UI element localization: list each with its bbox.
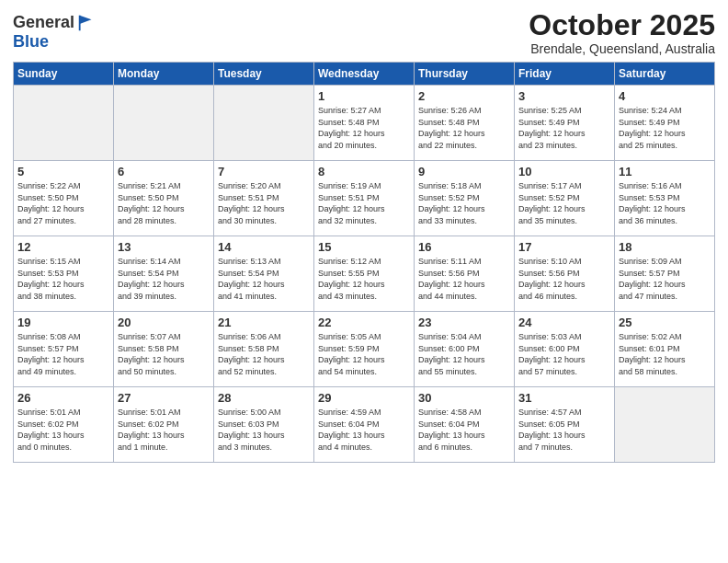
day-number: 25 (619, 316, 711, 329)
calendar-cell: 6Sunrise: 5:21 AM Sunset: 5:50 PM Daylig… (114, 161, 214, 236)
day-number: 5 (17, 165, 109, 178)
day-info: Sunrise: 4:59 AM Sunset: 6:04 PM Dayligh… (318, 407, 410, 453)
day-info: Sunrise: 5:18 AM Sunset: 5:52 PM Dayligh… (418, 180, 510, 226)
calendar-cell: 28Sunrise: 5:00 AM Sunset: 6:03 PM Dayli… (214, 387, 314, 463)
calendar-cell: 12Sunrise: 5:15 AM Sunset: 5:53 PM Dayli… (14, 236, 114, 312)
day-info: Sunrise: 5:04 AM Sunset: 6:00 PM Dayligh… (418, 331, 510, 377)
day-number: 10 (518, 165, 610, 178)
day-number: 3 (518, 89, 610, 103)
day-number: 19 (17, 316, 109, 329)
header-wednesday: Wednesday (314, 63, 415, 86)
day-info: Sunrise: 5:01 AM Sunset: 6:02 PM Dayligh… (118, 407, 210, 453)
day-info: Sunrise: 5:12 AM Sunset: 5:55 PM Dayligh… (318, 256, 410, 302)
calendar-cell: 3Sunrise: 5:25 AM Sunset: 5:49 PM Daylig… (515, 86, 615, 161)
calendar-cell: 11Sunrise: 5:16 AM Sunset: 5:53 PM Dayli… (615, 161, 715, 236)
calendar-cell: 8Sunrise: 5:19 AM Sunset: 5:51 PM Daylig… (314, 161, 415, 236)
day-number: 23 (418, 316, 510, 329)
day-info: Sunrise: 5:14 AM Sunset: 5:54 PM Dayligh… (118, 256, 210, 302)
day-info: Sunrise: 5:19 AM Sunset: 5:51 PM Dayligh… (318, 180, 410, 226)
day-info: Sunrise: 5:07 AM Sunset: 5:58 PM Dayligh… (118, 331, 210, 377)
day-number: 24 (518, 316, 610, 329)
calendar-week-4: 19Sunrise: 5:08 AM Sunset: 5:57 PM Dayli… (14, 312, 715, 387)
calendar-cell: 5Sunrise: 5:22 AM Sunset: 5:50 PM Daylig… (14, 161, 114, 236)
day-number: 28 (218, 391, 310, 405)
logo: General Blue (13, 13, 97, 52)
day-number: 2 (418, 89, 510, 103)
day-number: 8 (318, 165, 410, 178)
calendar-cell: 31Sunrise: 4:57 AM Sunset: 6:05 PM Dayli… (515, 387, 615, 463)
header-row: General Blue October 2025 Brendale, Quee… (13, 9, 715, 56)
day-number: 4 (619, 89, 711, 103)
day-info: Sunrise: 5:11 AM Sunset: 5:56 PM Dayligh… (418, 256, 510, 302)
day-info: Sunrise: 5:25 AM Sunset: 5:49 PM Dayligh… (518, 105, 610, 151)
calendar-cell: 15Sunrise: 5:12 AM Sunset: 5:55 PM Dayli… (314, 236, 415, 312)
day-info: Sunrise: 5:21 AM Sunset: 5:50 PM Dayligh… (118, 180, 210, 226)
day-info: Sunrise: 4:57 AM Sunset: 6:05 PM Dayligh… (518, 407, 610, 453)
day-info: Sunrise: 5:20 AM Sunset: 5:51 PM Dayligh… (218, 180, 310, 226)
day-info: Sunrise: 5:09 AM Sunset: 5:57 PM Dayligh… (619, 256, 711, 302)
calendar-week-2: 5Sunrise: 5:22 AM Sunset: 5:50 PM Daylig… (14, 161, 715, 236)
day-info: Sunrise: 4:58 AM Sunset: 6:04 PM Dayligh… (418, 407, 510, 453)
day-number: 13 (118, 240, 210, 254)
calendar-cell: 23Sunrise: 5:04 AM Sunset: 6:00 PM Dayli… (415, 312, 515, 387)
day-info: Sunrise: 5:02 AM Sunset: 6:01 PM Dayligh… (619, 331, 711, 377)
day-info: Sunrise: 5:05 AM Sunset: 5:59 PM Dayligh… (318, 331, 410, 377)
day-number: 18 (619, 240, 711, 254)
calendar-cell (615, 387, 715, 463)
calendar-cell: 18Sunrise: 5:09 AM Sunset: 5:57 PM Dayli… (615, 236, 715, 312)
calendar-cell: 17Sunrise: 5:10 AM Sunset: 5:56 PM Dayli… (515, 236, 615, 312)
day-number: 26 (17, 391, 109, 405)
logo-flag-icon (76, 13, 97, 33)
day-number: 11 (619, 165, 711, 178)
day-info: Sunrise: 5:08 AM Sunset: 5:57 PM Dayligh… (17, 331, 109, 377)
calendar-cell: 4Sunrise: 5:24 AM Sunset: 5:49 PM Daylig… (615, 86, 715, 161)
day-number: 30 (418, 391, 510, 405)
header-saturday: Saturday (615, 63, 715, 86)
day-number: 15 (318, 240, 410, 254)
calendar-cell: 29Sunrise: 4:59 AM Sunset: 6:04 PM Dayli… (314, 387, 415, 463)
day-info: Sunrise: 5:10 AM Sunset: 5:56 PM Dayligh… (518, 256, 610, 302)
day-number: 20 (118, 316, 210, 329)
calendar-cell: 19Sunrise: 5:08 AM Sunset: 5:57 PM Dayli… (14, 312, 114, 387)
calendar-cell: 13Sunrise: 5:14 AM Sunset: 5:54 PM Dayli… (114, 236, 214, 312)
day-info: Sunrise: 5:13 AM Sunset: 5:54 PM Dayligh… (218, 256, 310, 302)
header-sunday: Sunday (14, 63, 114, 86)
day-info: Sunrise: 5:01 AM Sunset: 6:02 PM Dayligh… (17, 407, 109, 453)
day-number: 7 (218, 165, 310, 178)
day-info: Sunrise: 5:27 AM Sunset: 5:48 PM Dayligh… (318, 105, 410, 151)
calendar-cell: 22Sunrise: 5:05 AM Sunset: 5:59 PM Dayli… (314, 312, 415, 387)
calendar-cell: 26Sunrise: 5:01 AM Sunset: 6:02 PM Dayli… (14, 387, 114, 463)
calendar-cell: 10Sunrise: 5:17 AM Sunset: 5:52 PM Dayli… (515, 161, 615, 236)
calendar-cell (114, 86, 214, 161)
calendar-week-5: 26Sunrise: 5:01 AM Sunset: 6:02 PM Dayli… (14, 387, 715, 463)
calendar-cell: 24Sunrise: 5:03 AM Sunset: 6:00 PM Dayli… (515, 312, 615, 387)
day-number: 27 (118, 391, 210, 405)
day-number: 6 (118, 165, 210, 178)
calendar-cell: 2Sunrise: 5:26 AM Sunset: 5:48 PM Daylig… (415, 86, 515, 161)
day-number: 22 (318, 316, 410, 329)
calendar-cell: 14Sunrise: 5:13 AM Sunset: 5:54 PM Dayli… (214, 236, 314, 312)
page-container: General Blue October 2025 Brendale, Quee… (0, 0, 728, 470)
day-info: Sunrise: 5:16 AM Sunset: 5:53 PM Dayligh… (619, 180, 711, 226)
day-number: 29 (318, 391, 410, 405)
header-monday: Monday (114, 63, 214, 86)
calendar-cell (214, 86, 314, 161)
logo-blue: Blue (13, 32, 49, 51)
calendar-cell: 9Sunrise: 5:18 AM Sunset: 5:52 PM Daylig… (415, 161, 515, 236)
calendar-cell (14, 86, 114, 161)
calendar-header-row: Sunday Monday Tuesday Wednesday Thursday… (14, 63, 715, 86)
day-info: Sunrise: 5:06 AM Sunset: 5:58 PM Dayligh… (218, 331, 310, 377)
day-info: Sunrise: 5:17 AM Sunset: 5:52 PM Dayligh… (518, 180, 610, 226)
calendar-cell: 20Sunrise: 5:07 AM Sunset: 5:58 PM Dayli… (114, 312, 214, 387)
day-info: Sunrise: 5:03 AM Sunset: 6:00 PM Dayligh… (518, 331, 610, 377)
day-info: Sunrise: 5:26 AM Sunset: 5:48 PM Dayligh… (418, 105, 510, 151)
month-title: October 2025 (529, 9, 715, 41)
day-number: 9 (418, 165, 510, 178)
title-block: October 2025 Brendale, Queensland, Austr… (529, 9, 715, 56)
calendar-cell: 7Sunrise: 5:20 AM Sunset: 5:51 PM Daylig… (214, 161, 314, 236)
calendar-table: Sunday Monday Tuesday Wednesday Thursday… (13, 62, 715, 463)
day-number: 1 (318, 89, 410, 103)
day-number: 12 (17, 240, 109, 254)
day-number: 17 (518, 240, 610, 254)
calendar-cell: 25Sunrise: 5:02 AM Sunset: 6:01 PM Dayli… (615, 312, 715, 387)
